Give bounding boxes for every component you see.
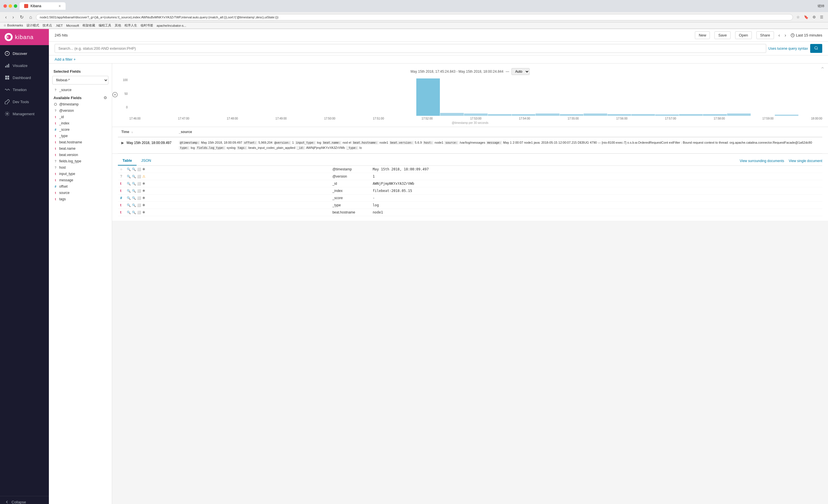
bookmark-temp[interactable]: 临时书签 <box>140 23 153 28</box>
toggle-column-icon[interactable]: ⬜ <box>137 168 141 171</box>
minimize-dot[interactable] <box>9 4 12 8</box>
bookmark-coding[interactable]: 编程工具 <box>98 23 111 28</box>
index-pattern-select[interactable]: filebeat-* <box>53 76 108 84</box>
filter-for-icon-3[interactable]: 🔍 <box>127 182 131 186</box>
forward-button[interactable]: › <box>11 14 15 20</box>
pin-icon-4[interactable]: ✱ <box>142 189 145 193</box>
bookmark-tech[interactable]: 技术点 <box>43 23 52 28</box>
sidebar-item-dashboard[interactable]: Dashboard <box>0 72 49 84</box>
field-item-input-type[interactable]: t input_type <box>49 171 112 177</box>
bookmark-programmer[interactable]: 程序人生 <box>124 23 137 28</box>
field-item-source[interactable]: t source <box>49 190 112 196</box>
menu-button[interactable]: ☰ <box>819 14 825 20</box>
sidebar-item-visualize[interactable]: Visualize <box>0 59 49 72</box>
filter-for-icon-7[interactable]: 🔍 <box>127 211 131 214</box>
sidebar-item-devtools[interactable]: Dev Tools <box>0 96 49 108</box>
toggle-column-icon-2[interactable]: ⬜ <box>137 175 141 178</box>
field-item-host[interactable]: ? host <box>49 164 112 171</box>
bookmark-framework[interactable]: 框架收藏 <box>83 23 95 28</box>
address-bar[interactable]: node1:5601/app/kibana#/discover?_g=()&_a… <box>36 14 793 20</box>
extension-button[interactable]: ⚙ <box>811 14 817 20</box>
field-item-beat-name[interactable]: t beat.name <box>49 145 112 152</box>
col-header-source[interactable]: _source <box>175 127 822 137</box>
sidebar-item-discover[interactable]: Discover <box>0 47 49 59</box>
field-item-id[interactable]: t _id <box>49 114 112 120</box>
field-item-index[interactable]: t _index <box>49 120 112 127</box>
filter-for-icon-6[interactable]: 🔍 <box>127 203 131 207</box>
tab-close-button[interactable]: ✕ <box>58 4 61 8</box>
bookmark-other[interactable]: 其他 <box>115 23 121 28</box>
share-button[interactable]: Share <box>756 31 774 39</box>
detail-tab-json[interactable]: JSON <box>136 156 156 166</box>
filter-out-icon[interactable]: 🔍 <box>132 168 136 171</box>
close-dot[interactable] <box>3 4 7 8</box>
pin-icon-6[interactable]: ✱ <box>142 203 145 207</box>
field-item-timestamp[interactable]: @timestamp <box>49 101 112 107</box>
syntax-link[interactable]: Uses lucene query syntax <box>769 47 808 51</box>
col-header-time[interactable]: Time ↓ <box>118 127 175 137</box>
new-button[interactable]: New <box>695 31 710 39</box>
bookmark-manage-button[interactable]: 🔖 <box>803 14 810 20</box>
filter-for-icon-4[interactable]: 🔍 <box>127 189 131 193</box>
reload-button[interactable]: ↻ <box>18 14 25 20</box>
field-item-beat-hostname[interactable]: t beat.hostname <box>49 139 112 145</box>
bookmark-net[interactable]: .NET <box>55 24 63 27</box>
filter-out-icon-4[interactable]: 🔍 <box>132 189 136 193</box>
expand-button[interactable]: ▶ <box>121 141 124 145</box>
field-item-fields-log-type[interactable]: ? fields.log_type <box>49 158 112 164</box>
home-button[interactable]: ⌂ <box>28 14 34 20</box>
filter-out-icon-5[interactable]: 🔍 <box>132 196 136 200</box>
add-filter-button[interactable]: Add a filter + <box>55 57 822 61</box>
chart-interval-select[interactable]: Auto <box>511 68 530 75</box>
field-item-score[interactable]: # _score <box>49 127 112 133</box>
chart-collapse-button[interactable] <box>821 66 825 71</box>
filter-out-icon-7[interactable]: 🔍 <box>132 211 136 214</box>
field-item-tags[interactable]: t tags <box>49 196 112 202</box>
field-item-beat-version[interactable]: t beat.version <box>49 152 112 158</box>
bookmark-bookmarks[interactable]: ☆ Bookmarks <box>3 24 23 27</box>
filter-for-icon[interactable]: 🔍 <box>127 168 131 171</box>
field-item-type[interactable]: t _type <box>49 133 112 139</box>
sidebar-item-timelion[interactable]: Timelion <box>0 84 49 96</box>
toggle-column-icon-7[interactable]: ⬜ <box>137 211 141 214</box>
collapse-button[interactable]: Collapse <box>5 500 44 504</box>
field-item-version[interactable]: ? @version <box>49 107 112 114</box>
pin-icon-5[interactable]: ✱ <box>142 196 145 200</box>
toggle-column-icon-4[interactable]: ⬜ <box>137 189 141 193</box>
time-next-button[interactable]: › <box>785 33 786 38</box>
bookmark-apache[interactable]: apache/incubator-s... <box>157 24 186 27</box>
save-button[interactable]: Save <box>714 31 731 39</box>
bookmark-ms[interactable]: Microsoft <box>66 24 79 27</box>
pin-icon-7[interactable]: ✱ <box>142 210 145 214</box>
detail-tab-table[interactable]: Table <box>118 156 136 166</box>
view-single-link[interactable]: View single document <box>789 159 822 163</box>
maximize-dot[interactable] <box>14 4 17 8</box>
time-prev-button[interactable]: ‹ <box>779 33 780 38</box>
sidebar-item-management[interactable]: Management <box>0 108 49 120</box>
filter-for-icon-2[interactable]: 🔍 <box>127 175 131 178</box>
field-item-message[interactable]: t message <box>49 177 112 183</box>
pin-icon-3[interactable]: ✱ <box>142 182 145 186</box>
time-range-picker[interactable]: Last 15 minutes <box>791 33 822 37</box>
bookmark-button[interactable]: ☆ <box>795 14 801 20</box>
toggle-column-icon-5[interactable]: ⬜ <box>137 196 141 200</box>
pin-icon[interactable]: ✱ <box>142 167 145 171</box>
toggle-column-icon-3[interactable]: ⬜ <box>137 182 141 186</box>
filter-out-icon-6[interactable]: 🔍 <box>132 203 136 207</box>
chart-toggle-button[interactable] <box>112 92 118 99</box>
back-button[interactable]: ‹ <box>3 14 8 20</box>
selected-field-source[interactable]: ? _source <box>49 87 112 93</box>
view-surrounding-link[interactable]: View surrounding documents <box>740 159 784 163</box>
search-input[interactable] <box>55 44 766 53</box>
toggle-column-icon-6[interactable]: ⬜ <box>137 203 141 207</box>
bookmark-design[interactable]: 设计模式 <box>27 23 39 28</box>
index-pattern-selector[interactable]: filebeat-* <box>52 76 109 85</box>
filter-for-icon-5[interactable]: 🔍 <box>127 196 131 200</box>
filter-out-icon-3[interactable]: 🔍 <box>132 182 136 186</box>
open-button[interactable]: Open <box>735 31 752 39</box>
search-button[interactable] <box>810 44 822 53</box>
filter-out-icon-2[interactable]: 🔍 <box>132 175 136 178</box>
field-item-offset[interactable]: # offset <box>49 183 112 190</box>
browser-tab[interactable]: Kibana ✕ <box>19 2 66 10</box>
available-fields-gear-icon[interactable]: ⚙ <box>104 95 107 100</box>
